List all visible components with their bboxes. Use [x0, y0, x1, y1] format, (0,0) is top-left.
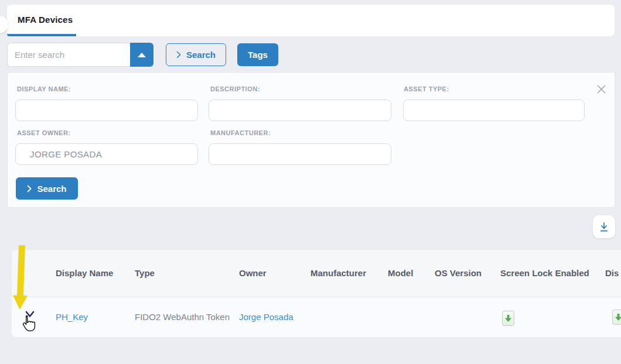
- mfa-devices-page: MFA Devices Search Tags DISPLAY NAME: DE…: [0, 0, 621, 364]
- description-field[interactable]: [209, 99, 391, 121]
- cell-display-name[interactable]: PH_Key: [56, 312, 88, 322]
- column-owner[interactable]: Owner: [239, 268, 267, 278]
- tags-button[interactable]: Tags: [237, 43, 278, 66]
- filter-search-button-label: Search: [37, 184, 66, 194]
- tab-mfa-devices-label: MFA Devices: [18, 15, 73, 25]
- chevron-right-icon: [27, 185, 32, 193]
- column-dis-truncated[interactable]: Dis: [605, 268, 619, 278]
- screen-lock-status-button[interactable]: [502, 311, 514, 326]
- display-name-field[interactable]: [15, 99, 198, 121]
- column-display-name[interactable]: Display Name: [56, 268, 113, 278]
- chevron-right-icon: [176, 51, 181, 59]
- mfa-devices-table: Display Name Type Owner Manufacturer Mod…: [12, 250, 621, 337]
- green-download-arrow-icon: [504, 314, 512, 322]
- green-download-arrow-icon: [615, 313, 621, 321]
- manufacturer-label: MANUFACTURER:: [210, 129, 271, 136]
- triangle-up-icon: [138, 53, 146, 57]
- cell-owner-link[interactable]: Jorge Posada: [239, 312, 294, 322]
- active-tab-underline: [7, 34, 76, 36]
- chevron-down-icon: [25, 311, 35, 318]
- export-button[interactable]: [593, 215, 615, 238]
- filter-search-button[interactable]: Search: [16, 177, 78, 200]
- row-expander-chevron[interactable]: [23, 310, 36, 320]
- search-input[interactable]: [7, 43, 130, 67]
- tags-button-label: Tags: [248, 50, 268, 60]
- asset-owner-field[interactable]: [15, 143, 198, 165]
- cell-type: FIDO2 WebAuthn Token: [135, 312, 230, 322]
- table-row: PH_Key FIDO2 WebAuthn Token Jorge Posada: [12, 297, 621, 337]
- manufacturer-field[interactable]: [209, 143, 391, 165]
- close-icon: [597, 85, 606, 94]
- column-type[interactable]: Type: [135, 268, 155, 278]
- table-header-row: Display Name Type Owner Manufacturer Mod…: [12, 250, 621, 297]
- asset-type-field[interactable]: [403, 99, 585, 121]
- column-os-version[interactable]: OS Version: [435, 268, 482, 278]
- dis-status-button[interactable]: [612, 310, 621, 325]
- column-manufacturer[interactable]: Manufacturer: [310, 268, 366, 278]
- column-model[interactable]: Model: [388, 268, 413, 278]
- description-label: DESCRIPTION:: [210, 85, 260, 92]
- column-screen-lock[interactable]: Screen Lock Enabled: [500, 268, 589, 278]
- advanced-search-panel: DISPLAY NAME: DESCRIPTION: ASSET TYPE: A…: [7, 72, 615, 208]
- close-filters-button[interactable]: [596, 84, 606, 94]
- asset-owner-label: ASSET OWNER:: [17, 129, 71, 136]
- tab-mfa-devices[interactable]: MFA Devices: [7, 5, 76, 36]
- search-button-label: Search: [186, 50, 216, 60]
- collapse-filters-button[interactable]: [130, 43, 153, 67]
- display-name-label: DISPLAY NAME:: [17, 85, 71, 92]
- search-button[interactable]: Search: [166, 43, 226, 66]
- asset-type-label: ASSET TYPE:: [404, 85, 449, 92]
- tab-bar: MFA Devices: [7, 5, 615, 36]
- download-icon: [599, 222, 609, 232]
